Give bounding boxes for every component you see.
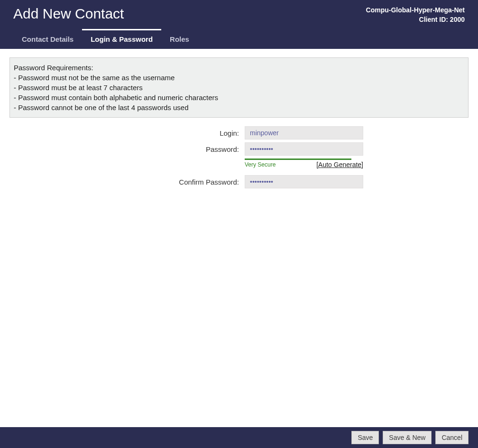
requirements-title: Password Requirements: bbox=[14, 63, 464, 73]
password-strength-label: Very Secure bbox=[245, 161, 276, 168]
requirement-item: - Password must not be the same as the u… bbox=[14, 73, 464, 83]
confirm-password-label: Confirm Password: bbox=[9, 178, 239, 186]
tab-contact-details[interactable]: Contact Details bbox=[13, 29, 82, 49]
tab-login-password[interactable]: Login & Password bbox=[82, 29, 161, 49]
login-label: Login: bbox=[9, 129, 239, 137]
password-strength-bar bbox=[245, 159, 351, 160]
cancel-button[interactable]: Cancel bbox=[435, 431, 469, 444]
password-requirements-box: Password Requirements: - Password must n… bbox=[9, 57, 469, 118]
save-new-button[interactable]: Save & New bbox=[383, 431, 432, 444]
password-input[interactable] bbox=[245, 142, 363, 156]
auto-generate-link[interactable]: Auto Generate bbox=[318, 161, 361, 168]
confirm-password-input[interactable] bbox=[245, 175, 363, 188]
client-info: Compu-Global-Hyper-Mega-Net Client ID: 2… bbox=[366, 6, 465, 24]
client-name: Compu-Global-Hyper-Mega-Net bbox=[366, 6, 465, 15]
page-title: Add New Contact bbox=[13, 6, 124, 22]
requirement-item: - Password must be at least 7 characters bbox=[14, 83, 464, 93]
save-button[interactable]: Save bbox=[351, 431, 379, 444]
client-id: Client ID: 2000 bbox=[366, 15, 465, 25]
requirement-item: - Password must contain both alphabetic … bbox=[14, 93, 464, 103]
requirement-item: - Password cannot be one of the last 4 p… bbox=[14, 103, 464, 112]
footer-actions: Save Save & New Cancel bbox=[0, 427, 478, 448]
login-input[interactable] bbox=[245, 126, 363, 140]
tabs: Contact Details Login & Password Roles bbox=[0, 29, 478, 49]
tab-roles[interactable]: Roles bbox=[161, 29, 198, 49]
auto-generate-wrapper: [Auto Generate] bbox=[316, 161, 363, 168]
password-label: Password: bbox=[9, 145, 239, 153]
